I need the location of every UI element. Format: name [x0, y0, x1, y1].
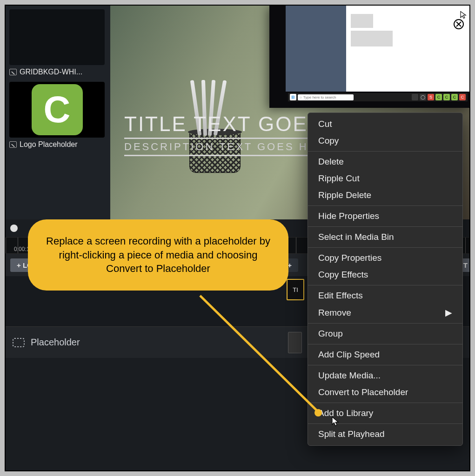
taskbar-app-icon: S — [428, 94, 434, 100]
taskbar-app-icon: C — [435, 94, 442, 100]
windows-start-icon: ⊞ — [290, 94, 296, 100]
taskbar-app-icon: C — [459, 94, 466, 100]
callout-pointer-line — [195, 293, 326, 418]
media-item-logo[interactable]: C Logo Placeholder — [9, 82, 107, 149]
menu-hide-properties[interactable]: Hide Properties — [308, 208, 462, 225]
menu-ripple-delete[interactable]: Ripple Delete — [308, 187, 462, 204]
callout-text: Replace a screen recording with a placeh… — [46, 235, 270, 274]
menu-separator — [308, 247, 462, 248]
menu-ripple-cut[interactable]: Ripple Cut — [308, 170, 462, 187]
menu-separator — [308, 403, 462, 403]
menu-cut[interactable]: Cut — [308, 116, 462, 132]
menu-separator — [308, 285, 462, 285]
menu-separator — [308, 344, 462, 344]
camtasia-logo-icon: C — [32, 84, 83, 135]
menu-copy[interactable]: Copy — [308, 132, 462, 149]
image-icon — [9, 69, 17, 75]
menu-split-at-playhead[interactable]: Split at Playhead — [308, 426, 462, 443]
media-bin: GRIDBKGD-WHI... C Logo Placeholder — [6, 6, 110, 219]
placeholder-label: Placeholder — [31, 337, 80, 348]
media-thumbnail: C — [9, 82, 105, 138]
menu-copy-effects[interactable]: Copy Effects — [308, 266, 462, 283]
menu-separator — [308, 151, 462, 152]
taskbar: ⊞ ○Type here to search ◯ S C C C C — [288, 93, 468, 101]
media-item-grid[interactable]: GRIDBKGD-WHI... — [9, 9, 107, 76]
taskbar-app-icon: ◯ — [420, 94, 426, 100]
menu-edit-effects[interactable]: Edit Effects — [308, 287, 462, 304]
media-thumbnail — [9, 9, 105, 65]
svg-line-2 — [200, 296, 319, 413]
menu-separator — [308, 226, 462, 227]
callout-pointer-dot-icon — [314, 409, 322, 416]
menu-separator — [308, 365, 462, 365]
menu-separator — [308, 205, 462, 206]
menu-copy-properties[interactable]: Copy Properties — [308, 250, 462, 266]
description-text: DESCRIPTION TEXT GOES HE — [124, 138, 317, 156]
menu-convert-to-placeholder[interactable]: Convert to Placeholder — [308, 384, 462, 401]
zoom-handle-icon[interactable] — [10, 225, 18, 232]
menu-add-clip-speed[interactable]: Add Clip Speed — [308, 346, 462, 363]
taskbar-app-icon — [412, 94, 418, 100]
menu-remove[interactable]: Remove▶ — [308, 304, 462, 321]
media-label: GRIDBKGD-WHI... — [20, 68, 82, 76]
image-icon — [9, 141, 17, 148]
inset-monitor: ⊞ ○Type here to search ◯ S C C C C — [269, 6, 469, 108]
menu-update-media[interactable]: Update Media... — [308, 367, 462, 384]
menu-select-in-bin[interactable]: Select in Media Bin — [308, 229, 462, 245]
media-label: Logo Placeholder — [20, 140, 78, 149]
context-menu: Cut Copy Delete Ripple Cut Ripple Delete… — [308, 112, 463, 446]
menu-separator — [308, 323, 462, 324]
annotation-callout: Replace a screen recording with a placeh… — [28, 219, 288, 291]
svg-rect-1 — [13, 338, 24, 347]
taskbar-search: ○Type here to search — [298, 94, 354, 100]
submenu-arrow-icon: ▶ — [445, 307, 452, 318]
menu-delete[interactable]: Delete — [308, 153, 462, 170]
taskbar-search-placeholder: Type here to search — [303, 95, 336, 99]
taskbar-app-icon: C — [451, 94, 458, 100]
taskbar-app-icon: C — [443, 94, 450, 100]
close-circle-icon — [452, 16, 466, 30]
cursor-icon — [331, 416, 340, 427]
placeholder-clip-icon — [12, 336, 25, 349]
menu-group[interactable]: Group — [308, 325, 462, 342]
